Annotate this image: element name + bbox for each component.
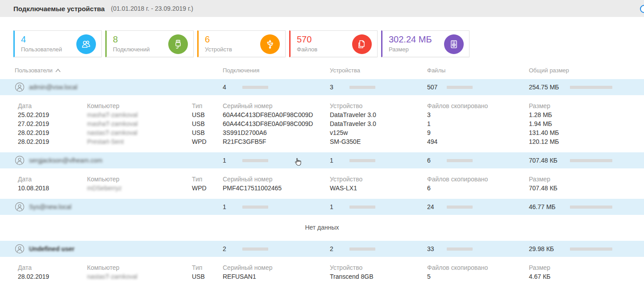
- detail-row: 28.02.2019 nastasT-zamkoval USB 3S991D27…: [18, 128, 644, 137]
- user-name: Undefined user: [29, 245, 75, 252]
- files-metric: 33: [427, 245, 529, 252]
- computer-name: mashaT-zamkoval: [87, 110, 192, 119]
- size-bar: [570, 206, 612, 209]
- user-2-details: Дата Компьютер Тип Серийный номер Устрой…: [0, 168, 644, 199]
- files-metric: 24: [427, 203, 529, 210]
- connections-metric: 4: [223, 84, 330, 91]
- size-bar: [570, 159, 612, 162]
- refresh-button-partial[interactable]: [640, 5, 644, 13]
- user-1-details: Дата Компьютер Тип Серийный номер Устрой…: [0, 95, 644, 152]
- connections-bar: [242, 159, 268, 162]
- table-header: Пользователи Подключения Устройства Файл…: [0, 67, 644, 74]
- size-bar: [570, 86, 612, 89]
- size-metric: 707.48 КБ: [529, 157, 644, 164]
- column-users[interactable]: Пользователи: [11, 67, 223, 74]
- size-metric: 46.77 МБ: [529, 203, 644, 210]
- card-size: 302.24 МБ Размер: [381, 30, 469, 57]
- devices-bar: [349, 86, 375, 89]
- devices-metric: 1: [330, 203, 427, 210]
- computer-name: mDSeberryz: [87, 184, 192, 193]
- files-bar: [447, 86, 473, 89]
- user-row-4[interactable]: Undefined user 2 2 33 29.98 КБ: [0, 241, 644, 257]
- column-devices[interactable]: Устройства: [330, 67, 427, 74]
- computer-name: nastasT-zamkoval: [87, 128, 192, 137]
- no-data-message: Нет данных: [0, 215, 644, 241]
- connections-metric: 2: [223, 245, 330, 252]
- devices-metric: 1: [330, 157, 427, 164]
- user-avatar-icon: [15, 155, 25, 165]
- card-connections: 8 Подключений: [105, 30, 194, 57]
- sort-asc-icon: [55, 67, 61, 74]
- column-total-size[interactable]: Общий размер: [529, 67, 644, 74]
- user-row-3[interactable]: Sys@new.local 1 1 24 46.77 МБ: [0, 199, 644, 215]
- size-metric: 29.98 КБ: [529, 245, 644, 252]
- devices-metric: 2: [330, 245, 427, 252]
- computer-name: Prestart-Sent: [87, 137, 192, 146]
- devices-metric: 3: [330, 84, 427, 91]
- user-row-2[interactable]: sergjackson@vlheam.com 1 1 6 707.48 КБ: [0, 152, 644, 168]
- devices-bar: [349, 247, 375, 251]
- user-4-details: Дата Компьютер Тип Серийный номер Устрой…: [0, 257, 644, 287]
- users-icon: [76, 34, 96, 54]
- detail-row: 25.02.2019 mashaT-zamkoval USB 60A44C413…: [18, 110, 644, 119]
- column-connections[interactable]: Подключения: [223, 67, 330, 74]
- column-files[interactable]: Файлы: [427, 67, 529, 74]
- files-metric: 6: [427, 157, 529, 164]
- files-bar: [447, 247, 473, 251]
- size-metric: 254.75 МБ: [529, 84, 644, 91]
- user-name: admin@vsw.local: [29, 84, 77, 91]
- files-icon: [352, 34, 372, 54]
- report-date-range: (01.01.2018 г. - 23.09.2019 г.): [111, 5, 193, 12]
- top-bar: Подключаемые устройства (01.01.2018 г. -…: [0, 0, 644, 17]
- connections-metric: 1: [223, 203, 330, 210]
- computer-name: mashaT-zamkoval: [87, 119, 192, 128]
- detail-row: 10.08.2018 mDSeberryz WPD PMF4C175110024…: [18, 184, 644, 193]
- devices-bar: [349, 159, 375, 162]
- user-avatar-icon: [15, 244, 25, 254]
- user-avatar-icon: [15, 82, 25, 92]
- user-row-1[interactable]: admin@vsw.local 4 3 507 254.75 МБ: [0, 79, 644, 95]
- files-bar: [447, 159, 473, 162]
- connections-metric: 1: [223, 157, 330, 164]
- storage-icon: [444, 34, 464, 54]
- connections-bar: [242, 247, 268, 251]
- devices-bar: [349, 206, 375, 209]
- size-bar: [570, 247, 612, 251]
- card-files: 570 Файлов: [289, 30, 378, 57]
- files-bar: [447, 206, 473, 209]
- computer-name: nastasT-zamkoval: [87, 272, 192, 281]
- detail-row: 27.02.2019 mashaT-zamkoval USB 60A44C413…: [18, 119, 644, 128]
- usb-plug-icon: [168, 34, 188, 54]
- connections-bar: [242, 206, 268, 209]
- user-name: Sys@new.local: [29, 203, 71, 210]
- files-metric: 507: [427, 84, 529, 91]
- detail-header: Дата Компьютер Тип Серийный номер Устрой…: [18, 102, 644, 110]
- detail-row: 28.02.2019 Prestart-Sent WPD R21FC3GFB5F…: [18, 137, 644, 146]
- summary-cards: 4 Пользователей 8 Подключений 6 Устройст…: [0, 17, 644, 57]
- connections-bar: [242, 86, 268, 89]
- user-avatar-icon: [15, 202, 25, 212]
- detail-header: Дата Компьютер Тип Серийный номер Устрой…: [18, 176, 644, 184]
- card-devices: 6 Устройств: [197, 30, 286, 57]
- page-title: Подключаемые устройства: [13, 5, 105, 13]
- user-name: sergjackson@vlheam.com: [29, 157, 102, 164]
- detail-header: Дата Компьютер Тип Серийный номер Устрой…: [18, 264, 644, 272]
- card-users: 4 Пользователей: [13, 30, 102, 57]
- detail-row: 28.02.2019 nastasT-zamkoval USB REFUSAN1…: [18, 272, 644, 281]
- usb-symbol-icon: [260, 34, 280, 54]
